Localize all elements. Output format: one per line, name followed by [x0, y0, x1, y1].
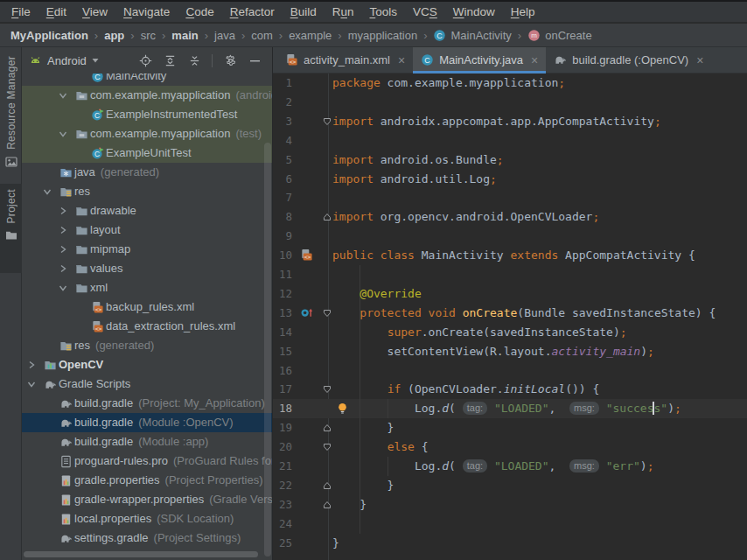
chevron-down-icon[interactable] [27, 380, 36, 388]
code-line-19[interactable]: 19 } [273, 418, 747, 438]
breadcrumb-item-myapplication[interactable]: MyApplication [10, 29, 88, 42]
project-tree-vertical-scrollbar[interactable] [264, 143, 271, 556]
fold-region-end-icon[interactable] [323, 424, 332, 432]
menu-item-tools[interactable]: Tools [362, 5, 406, 18]
tree-item-res[interactable]: res [22, 182, 272, 201]
code-line-18[interactable]: 18 Log.d( tag: "LOADED", msg: "success")… [273, 399, 747, 418]
tree-item-exampleunittest[interactable]: CExampleUnitTest [22, 144, 272, 163]
menu-item-help[interactable]: Help [503, 5, 543, 18]
chevron-right-icon[interactable] [59, 264, 67, 273]
tree-item-gradle-properties-project-properties[interactable]: gradle.properties(Project Properties) [22, 471, 272, 490]
code-line-12[interactable]: 12 @Override [273, 284, 747, 304]
code-line-13[interactable]: 13 protected void onCreate(Bundle savedI… [273, 304, 747, 323]
breadcrumb-item-com[interactable]: com [251, 29, 273, 42]
fold-region-start-icon[interactable] [323, 117, 332, 126]
code-line-21[interactable]: 21 Log.d( tag: "LOADED", msg: "err"); [273, 457, 747, 476]
code-line-5[interactable]: 5import android.os.Bundle; [273, 150, 747, 170]
tree-item-drawable[interactable]: drawable [22, 201, 272, 220]
fold-region-end-icon[interactable] [323, 481, 332, 490]
code-line-15[interactable]: 15 setContentView(R.layout.activity_main… [273, 342, 747, 361]
collapse-all-icon[interactable] [187, 53, 201, 67]
code-line-6[interactable]: 6import android.util.Log; [273, 170, 747, 189]
tab-activity-main-xml[interactable]: <>activity_main.xml× [277, 47, 413, 73]
tree-item-xml[interactable]: xml [22, 278, 272, 298]
tree-item-settings-gradle-project-settings[interactable]: settings.gradle(Project Settings) [22, 528, 272, 548]
project-tree-horizontal-scrollbar[interactable] [24, 551, 258, 557]
toolwindow-tab-project[interactable]: Project [0, 184, 22, 273]
code-line-16[interactable]: 16 [273, 361, 747, 381]
code-line-8[interactable]: 8import org.opencv.android.OpenCVLoader; [273, 207, 747, 227]
chevron-down-icon[interactable] [59, 284, 67, 292]
tree-item-backup-rules-xml[interactable]: <>backup_rules.xml [22, 298, 272, 317]
code-line-10[interactable]: 10<>public class MainActivity extends Ap… [273, 246, 747, 265]
breadcrumb-item-java[interactable]: java [214, 29, 235, 42]
code-line-22[interactable]: 22 } [273, 476, 747, 495]
code-line-2[interactable]: 2 [273, 93, 747, 112]
code-line-14[interactable]: 14 super.onCreate(savedInstanceState); [273, 323, 747, 342]
tree-item-com-example-myapplication-androidtest[interactable]: com.example.myapplication(androidTest) [22, 86, 272, 105]
menu-item-run[interactable]: Run [325, 5, 362, 18]
tree-item-local-properties-sdk-location[interactable]: local.properties(SDK Location) [22, 509, 272, 528]
tree-item-java-generated[interactable]: java(generated) [22, 163, 272, 182]
chevron-down-icon[interactable] [59, 91, 67, 100]
chevron-down-icon[interactable] [59, 130, 67, 138]
tab-close-icon[interactable]: × [531, 53, 538, 67]
tree-item-values[interactable]: values [22, 259, 272, 278]
code-line-17[interactable]: 17 if (OpenCVLoader.initLocal()) { [273, 380, 747, 399]
tree-item-res-generated[interactable]: res(generated) [22, 336, 272, 355]
breadcrumb-item-src[interactable]: src [141, 29, 156, 42]
menu-item-build[interactable]: Build [283, 5, 325, 18]
code-line-20[interactable]: 20 else { [273, 438, 747, 457]
tree-item-build-gradle-project-my-application[interactable]: build.gradle(Project: My_Application) [22, 394, 272, 413]
menu-item-view[interactable]: View [74, 5, 115, 18]
tree-item-layout[interactable]: layout [22, 220, 272, 240]
code-line-4[interactable]: 4 [273, 131, 747, 150]
locate-icon[interactable] [138, 53, 152, 67]
breadcrumb-item-myapplication[interactable]: myapplication [348, 29, 418, 42]
fold-region-end-icon[interactable] [323, 500, 332, 509]
menu-item-navigate[interactable]: Navigate [115, 5, 178, 18]
code-line-11[interactable]: 11 [273, 265, 747, 284]
menu-item-edit[interactable]: Edit [38, 5, 74, 18]
fold-region-start-icon[interactable] [323, 443, 332, 452]
hide-icon[interactable] [248, 53, 262, 67]
tree-item-gradle-wrapper-properties-gradle-version[interactable]: gradle-wrapper.properties(Gradle Version… [22, 490, 272, 509]
breadcrumb-item-mainactivity[interactable]: CMainActivity [433, 29, 511, 42]
menu-item-code[interactable]: Code [178, 5, 221, 18]
tree-item-proguard-rules-pro-proguard-rules-for-app[interactable]: proguard-rules.pro(ProGuard Rules for ap… [22, 452, 272, 471]
tree-item-opencv[interactable]: OpenCV [22, 355, 272, 374]
toolwindow-tab-resource-manager[interactable]: Resource Manager [0, 51, 22, 182]
chevron-right-icon[interactable] [59, 245, 67, 254]
menu-item-file[interactable]: File [3, 5, 38, 18]
tree-item-build-gradle-module-opencv[interactable]: build.gradle(Module :OpenCV) [22, 413, 272, 432]
settings-icon[interactable] [223, 53, 237, 67]
chevron-down-icon[interactable] [43, 187, 52, 196]
code-line-9[interactable]: 9 [273, 227, 747, 246]
tree-item-data-extraction-rules-xml[interactable]: <>data_extraction_rules.xml [22, 317, 272, 336]
code-line-1[interactable]: 1package com.example.myapplication; [273, 74, 747, 93]
tree-item-com-example-myapplication-test[interactable]: com.example.myapplication(test) [22, 124, 272, 144]
breadcrumb-item-oncreate[interactable]: monCreate [527, 29, 591, 42]
fold-region-end-icon[interactable] [323, 213, 332, 221]
code-line-24[interactable]: 24 [273, 514, 747, 534]
fold-region-start-icon[interactable] [323, 309, 332, 318]
code-line-7[interactable]: 7 [273, 188, 747, 207]
chevron-right-icon[interactable] [59, 226, 67, 234]
tab-mainactivity-java[interactable]: CMainActivity.java× [413, 47, 546, 73]
tree-item-build-gradle-module-app[interactable]: build.gradle(Module :app) [22, 432, 272, 452]
tree-item-mipmap[interactable]: mipmap [22, 240, 272, 259]
tree-item-exampleinstrumentedtest[interactable]: CExampleInstrumentedTest [22, 105, 272, 124]
expand-all-icon[interactable] [163, 53, 177, 67]
tab-close-icon[interactable]: × [398, 53, 405, 67]
menu-item-window[interactable]: Window [445, 5, 503, 18]
code-line-3[interactable]: 3import androidx.appcompat.app.AppCompat… [273, 112, 747, 131]
code-line-25[interactable]: 25} [273, 534, 747, 553]
project-view-selector[interactable]: Android [29, 54, 99, 67]
chevron-right-icon[interactable] [59, 206, 67, 215]
tab-close-icon[interactable]: × [696, 53, 703, 67]
menu-item-vcs[interactable]: VCS [405, 5, 445, 18]
code-editor[interactable]: 1package com.example.myapplication;23imp… [273, 74, 747, 560]
code-line-23[interactable]: 23 } [273, 495, 747, 514]
breadcrumb-item-app[interactable]: app [104, 29, 124, 42]
fold-region-start-icon[interactable] [323, 385, 332, 394]
